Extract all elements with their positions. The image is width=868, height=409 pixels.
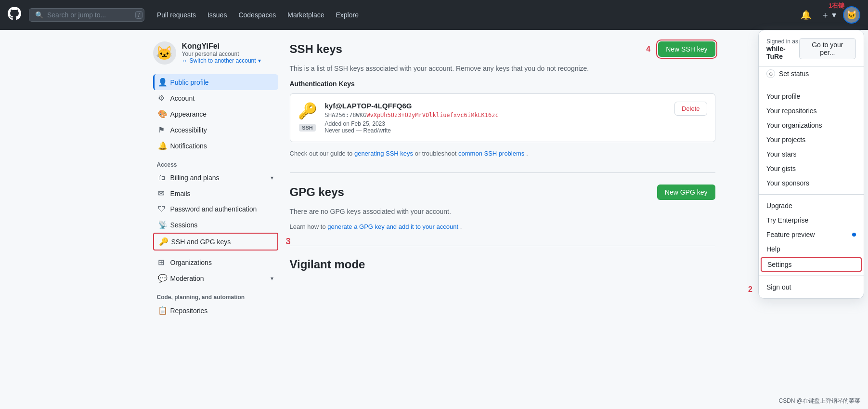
delete-key-button[interactable]: Delete — [674, 102, 707, 116]
notifications-button[interactable]: 🔔 — [798, 7, 814, 23]
dropdown-upgrade[interactable]: Upgrade — [759, 198, 864, 213]
new-gpg-key-button[interactable]: New GPG key — [657, 185, 715, 200]
key-fingerprint: SHA256:78WKGWvXpUh5Uz3+O2yMrVDlkliuefxvc… — [325, 112, 667, 119]
dropdown-help[interactable]: Help — [759, 242, 864, 256]
sidebar-label-account: Account — [170, 94, 195, 102]
github-logo[interactable] — [8, 7, 21, 23]
section-divider — [290, 172, 715, 173]
emails-icon: ✉ — [158, 189, 167, 198]
dropdown-settings[interactable]: Settings — [761, 257, 862, 272]
sidebar-item-account[interactable]: ⚙ Account — [153, 90, 278, 106]
auth-keys-label: Authentication Keys — [290, 80, 715, 88]
switch-account-link[interactable]: ↔ Switch to another account ▾ — [182, 57, 261, 64]
go-to-profile-button[interactable]: Go to your per... — [799, 38, 856, 59]
repositories-icon: 📋 — [158, 306, 167, 315]
dropdown-your-organizations[interactable]: Your organizations — [759, 118, 864, 132]
sidebar-label-appearance: Appearance — [170, 110, 207, 118]
sidebar-label-public-profile: Public profile — [170, 79, 209, 86]
user-avatar-button[interactable]: 🐱 — [843, 6, 860, 24]
dropdown-your-gists[interactable]: Your gists — [759, 161, 864, 176]
user-info: 🐱 KongYiFei Your personal account ↔ Swit… — [153, 41, 278, 65]
nav-pull-requests[interactable]: Pull requests — [152, 8, 201, 22]
sessions-icon: 📡 — [158, 220, 167, 229]
sidebar-item-public-profile[interactable]: 👤 Public profile — [153, 74, 278, 90]
key-added: Added on Feb 25, 2023 — [325, 120, 667, 127]
search-icon: 🔍 — [35, 11, 43, 19]
annotation-2-label: 2 — [748, 285, 752, 294]
code-section-label: Code, planning, and automation — [153, 290, 278, 303]
dropdown-divider-2 — [759, 194, 864, 195]
nav-explore[interactable]: Explore — [331, 8, 363, 22]
key-name: kyf@LAPTOP-4LQFFQ6G — [325, 102, 667, 110]
dropdown-feature-preview[interactable]: Feature preview — [759, 227, 864, 242]
ssh-section-title: SSH keys — [290, 42, 342, 56]
sidebar-item-appearance[interactable]: 🎨 Appearance — [153, 106, 278, 122]
dropdown-your-projects[interactable]: Your projects — [759, 132, 864, 147]
sidebar-item-accessibility[interactable]: ⚑ Accessibility — [153, 122, 278, 138]
billing-icon: 🗂 — [158, 173, 167, 182]
key-icon: 🔑 — [159, 237, 168, 246]
nav-codespaces[interactable]: Codespaces — [233, 8, 281, 22]
generating-ssh-keys-link[interactable]: generating SSH keys — [354, 150, 413, 157]
search-bar[interactable]: 🔍 / — [29, 8, 144, 22]
signed-as-label: Signed in as — [766, 38, 799, 45]
search-input[interactable] — [47, 11, 131, 19]
sidebar-item-sessions[interactable]: 📡 Sessions — [153, 217, 278, 233]
sidebar-item-notifications[interactable]: 🔔 Notifications — [153, 138, 278, 154]
sidebar-label-organizations: Organizations — [170, 259, 212, 266]
nav-section-orgs: ⊞ Organizations 💬 Moderation ▾ — [153, 254, 278, 286]
account-icon: ⚙ — [158, 93, 167, 103]
dropdown-your-repositories[interactable]: Your repositories — [759, 104, 864, 118]
feature-preview-dot — [852, 233, 856, 237]
dropdown-your-sponsors[interactable]: Your sponsors — [759, 176, 864, 190]
status-icon: ☺ — [766, 69, 775, 78]
key-details: kyf@LAPTOP-4LQFFQ6G SHA256:78WKGWvXpUh5U… — [325, 102, 667, 134]
search-shortcut: / — [135, 11, 143, 19]
sidebar-item-ssh-gpg[interactable]: 🔑 SSH and GPG keys 3 — [153, 233, 278, 251]
dropdown-sign-out[interactable]: Sign out — [759, 280, 864, 294]
dropdown-header: Signed in as while-TuRe Go to your per..… — [759, 34, 864, 66]
sidebar-label-password: Password and authentication — [170, 205, 257, 213]
sidebar-label-moderation: Moderation — [170, 275, 204, 282]
main-layout: 🐱 KongYiFei Your personal account ↔ Swit… — [145, 30, 723, 334]
dropdown-username: while-TuRe — [766, 45, 799, 60]
nav-links: Pull requests Issues Codespaces Marketpl… — [152, 8, 790, 22]
moderation-icon: 💬 — [158, 274, 167, 283]
accessibility-icon: ⚑ — [158, 125, 167, 134]
account-type: Your personal account — [182, 51, 261, 57]
generate-gpg-key-link[interactable]: generate a GPG key and add it to your ac… — [327, 223, 458, 230]
dropdown-try-enterprise[interactable]: Try Enterprise — [759, 213, 864, 227]
password-icon: 🛡 — [158, 205, 167, 213]
dropdown-your-profile[interactable]: Your profile — [759, 89, 864, 104]
common-ssh-problems-link[interactable]: common SSH problems — [458, 150, 524, 157]
dropdown-divider-1 — [759, 85, 864, 85]
sidebar-item-billing[interactable]: 🗂 Billing and plans ▾ — [153, 170, 278, 185]
appearance-icon: 🎨 — [158, 109, 167, 119]
ssh-description: This is a list of SSH keys associated wi… — [290, 65, 715, 72]
user-avatar: 🐱 — [153, 41, 176, 65]
annotation-4: 4 — [646, 45, 650, 53]
vigilant-mode-title: Vigilant mode — [290, 258, 715, 271]
set-status-item[interactable]: ☺ Set status — [759, 66, 864, 81]
sidebar-item-moderation[interactable]: 💬 Moderation ▾ — [153, 270, 278, 286]
sidebar-item-emails[interactable]: ✉ Emails — [153, 185, 278, 201]
sidebar-label-accessibility: Accessibility — [170, 126, 207, 134]
dropdown-your-stars[interactable]: Your stars — [759, 147, 864, 161]
nav-issues[interactable]: Issues — [203, 8, 232, 22]
sidebar-item-repositories[interactable]: 📋 Repositories — [153, 303, 278, 318]
annotation-3: 3 — [285, 237, 290, 247]
gpg-helper-text: Learn how to generate a GPG key and add … — [290, 223, 715, 230]
top-navigation: 🔍 / Pull requests Issues Codespaces Mark… — [0, 0, 868, 30]
nav-marketplace[interactable]: Marketplace — [283, 8, 329, 22]
nav-section-code: 📋 Repositories — [153, 303, 278, 318]
gpg-section-header: GPG keys New GPG key — [290, 185, 715, 200]
key-usage: Never used — Read/write — [325, 127, 667, 134]
ssh-key-card: 🔑 SSH kyf@LAPTOP-4LQFFQ6G SHA256:78WKGWv… — [290, 93, 715, 142]
sidebar-label-notifications: Notifications — [170, 142, 207, 150]
access-section-label: Access — [153, 158, 278, 170]
sidebar-label-ssh-gpg: SSH and GPG keys — [171, 238, 231, 246]
new-ssh-key-button[interactable]: New SSH key — [658, 41, 715, 57]
sidebar-item-password[interactable]: 🛡 Password and authentication — [153, 201, 278, 217]
annotation-1: 1右键 — [829, 1, 844, 10]
sidebar-item-organizations[interactable]: ⊞ Organizations — [153, 254, 278, 270]
